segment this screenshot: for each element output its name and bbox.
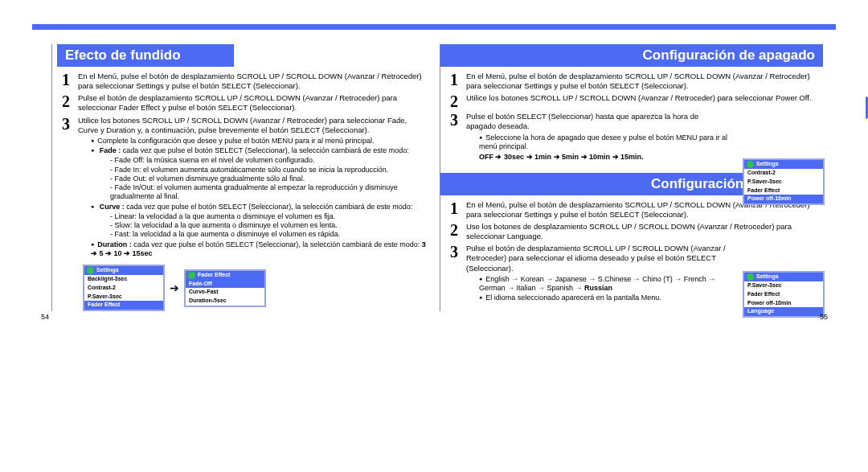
page-number-left: 54 <box>41 313 49 321</box>
step-number: 2 <box>450 93 463 109</box>
fader-notes: Complete la configuración que desee y pu… <box>91 137 428 258</box>
note-text: El idioma seleccionado aparecerá en la p… <box>479 293 728 302</box>
device-header: Settings <box>84 266 163 275</box>
step-number: 3 <box>450 244 463 304</box>
fader-screenshots: Settings Backlight-3sec Contrast-2 P.Sav… <box>83 265 428 311</box>
curve-options: Linear: la velocidad a la que aumenta o … <box>110 212 428 240</box>
step-text: Pulse el botón de desplazamiento SCROLL … <box>78 93 428 113</box>
step-text-inner: Utilice los botones SCROLL UP / SCROLL D… <box>78 116 407 134</box>
poweroff-sequence: OFF ➔ 30sec ➔ 1min ➔ 5min ➔ 10min ➔ 15mi… <box>479 153 728 162</box>
language-notes: English → Korean → Japanese → S.Chinese … <box>479 275 728 303</box>
device-row: Contrast-2 <box>84 284 163 293</box>
note-visible: cada vez que pulse el botón SELECT (Sele… <box>126 203 412 211</box>
option-text: Fast: la velocidad a la que aumenta o di… <box>110 230 428 239</box>
left-page: Efecto de fundido 1En el Menú, pulse el … <box>51 44 440 311</box>
step-text: En el Menú, pulse el botón de desplazami… <box>466 72 817 91</box>
page-number-right: 55 <box>820 313 828 321</box>
note-text: Curve : cada vez que pulse el botón SELE… <box>91 203 428 240</box>
device-header: Settings <box>744 160 823 169</box>
step-number: 1 <box>62 72 75 91</box>
device-row: Backlight-3sec <box>84 275 163 284</box>
step-text: Use los botones de desplazamiento SCROLL… <box>466 222 817 241</box>
device-header: Settings <box>744 273 823 281</box>
device-row: P.Saver-3sec <box>84 293 163 302</box>
right-page: Configuración de apagado 1En el Menú, pu… <box>440 44 828 311</box>
step-number: 3 <box>62 116 75 261</box>
option-text: Fade In/Out: el volumen aumenta gradualm… <box>110 183 428 202</box>
step-number: 2 <box>62 93 75 113</box>
step-number: 1 <box>450 72 463 91</box>
device-settings: Settings Backlight-3sec Contrast-2 P.Sav… <box>83 265 165 311</box>
note-visible: cada vez que pulse el botón SELECT (Sele… <box>91 240 426 257</box>
device-fader: Fader Effect Fade-Off Curve-Fast Duratio… <box>184 269 266 307</box>
device-selected: Power off-10min <box>744 195 823 203</box>
device-row: P.Saver-3sec <box>744 178 823 187</box>
device-poweroff: Settings Contrast-2 P.Saver-3sec Fader E… <box>743 158 825 205</box>
device-row: Duration-5sec <box>186 297 264 306</box>
device-header: Fader Effect <box>186 271 264 280</box>
step-text: Pulse el botón SELECT (Seleccionar) hast… <box>466 112 817 162</box>
device-row: Contrast-2 <box>744 169 823 178</box>
step-number: 2 <box>450 222 463 241</box>
poweroff-steps: 1En el Menú, pulse el botón de desplazam… <box>450 72 817 162</box>
option-text: Linear: la velocidad a la que aumenta o … <box>110 212 428 221</box>
section-title-fader: Efecto de fundido <box>52 44 234 67</box>
note-text: English → Korean → Japanese → S.Chinese … <box>479 275 728 293</box>
arrow-icon: ➔ <box>170 281 179 294</box>
step-text-inner: Pulse el botón de desplazamiento SCROLL … <box>466 244 726 272</box>
step-text: Utilice los botones SCROLL UP / SCROLL D… <box>466 93 817 109</box>
step-number: 3 <box>450 112 463 162</box>
top-band <box>32 24 836 30</box>
section-title-poweroff: Configuración de apagado <box>440 44 828 67</box>
option-text: Slow: la velocidad a la que aumenta o di… <box>110 221 428 230</box>
fade-options: Fade Off: la música suena en el nivel de… <box>110 156 428 201</box>
note-text: Complete la configuración que desee y pu… <box>91 137 428 146</box>
device-row: P.Saver-3sec <box>744 281 823 290</box>
option-text: Fade In: el volumen aumenta automáticame… <box>110 166 428 174</box>
device-selected: Fade-Off <box>186 280 264 289</box>
page-spread: Efecto de fundido 1En el Menú, pulse el … <box>48 44 828 311</box>
option-text: Fade Out: el volumen disminuye gradualme… <box>110 174 428 183</box>
step-number: 1 <box>450 200 463 220</box>
step-text-inner: Pulse el botón SELECT (Seleccionar) hast… <box>466 112 698 130</box>
step-text: Utilice los botones SCROLL UP / SCROLL D… <box>78 116 428 261</box>
device-row: Fader Effect <box>744 187 823 195</box>
device-row: Curve-Fast <box>186 288 264 297</box>
poweroff-notes: Seleccione la hora de apagado que desee … <box>479 133 728 152</box>
device-selected: Fader Effect <box>84 301 163 310</box>
option-text: Fade Off: la música suena en el nivel de… <box>110 156 428 165</box>
device-language: Settings P.Saver-3sec Fader Effect Power… <box>743 271 825 318</box>
note-text: Duration : Duration : cada vez que pulse… <box>91 240 428 259</box>
device-selected: Language <box>744 307 823 316</box>
device-row: Fader Effect <box>744 290 823 299</box>
note-visible: cada vez que pulse el botón SELECT (Sele… <box>123 146 409 154</box>
fader-steps: 1En el Menú, pulse el botón de desplazam… <box>62 72 428 260</box>
note-text: Fade : Fade : cada vez que pulse el botó… <box>91 146 428 202</box>
step-text: En el Menú, pulse el botón de desplazami… <box>78 72 428 91</box>
device-row: Power off-10min <box>744 299 823 308</box>
note-text: Seleccione la hora de apagado que desee … <box>479 133 728 152</box>
